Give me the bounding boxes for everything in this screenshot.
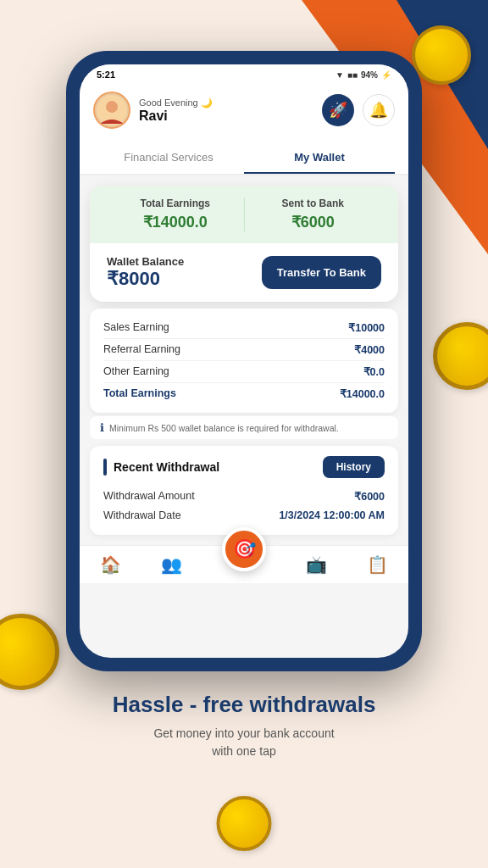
avatar [93,92,130,129]
bottom-nav: 🏠 👥 🎯 📺 📋 [80,545,408,583]
withdrawal-date-value: 1/3/2024 12:00:00 AM [279,509,385,521]
wallet-info: Wallet Balance ₹8000 [107,255,184,290]
tabs: Financial Services My Wallet [80,139,408,175]
rw-accent-bar [103,459,107,476]
breakdown-value-referral: ₹4000 [354,343,385,356]
recent-withdrawal-section: Recent Withdrawal History Withdrawal Amo… [90,446,398,535]
breakdown-value-other: ₹0.0 [363,365,385,378]
team-icon: 👥 [161,554,182,575]
withdrawal-date-label: Withdrawal Date [103,509,181,521]
header: Good Evening 🌙 Ravi 🚀 🔔 [80,85,408,139]
sent-to-bank-col: Sent to Bank ₹6000 [245,198,382,231]
bell-button[interactable]: 🔔 [363,94,395,126]
breakdown-label-sales: Sales Earning [103,321,169,334]
rw-header: Recent Withdrawal History [103,456,385,478]
video-icon: 📺 [306,554,327,575]
earnings-card: Total Earnings ₹14000.0 Sent to Bank ₹60… [90,186,398,302]
total-earnings-value: ₹14000.0 [107,213,244,231]
nav-team[interactable]: 👥 [161,554,182,575]
home-icon: 🏠 [100,554,121,575]
withdrawal-amount-label: Withdrawal Amount [103,490,195,503]
wallet-section: Wallet Balance ₹8000 Transfer To Bank [90,243,398,302]
signal-icon: ■■ [347,70,358,80]
user-info: Good Evening 🌙 Ravi [139,97,213,124]
tab-financial-services[interactable]: Financial Services [93,142,244,174]
earnings-breakdown: Sales Earning ₹10000 Referral Earning ₹4… [90,309,398,413]
breakdown-label-total: Total Earnings [103,387,176,400]
sent-to-bank-value: ₹6000 [245,213,382,231]
breakdown-row-referral: Referral Earning ₹4000 [103,339,385,361]
rocket-icon: 🚀 [329,101,347,120]
rw-title: Recent Withdrawal [114,460,219,474]
tab-my-wallet[interactable]: My Wallet [244,142,395,174]
header-left: Good Evening 🌙 Ravi [93,92,213,129]
coin-bottom-center [217,796,272,851]
subtext: Get money into your bank accountwith one… [34,725,454,760]
info-note-text: Minimum Rs 500 wallet balance is require… [109,423,339,433]
breakdown-value-sales: ₹10000 [348,321,385,334]
bell-icon: 🔔 [369,101,388,120]
battery-text: 94% [361,70,378,80]
phone-wrapper: 5:21 ▼ ■■ 94% ⚡ [0,0,488,671]
breakdown-value-total: ₹14000.0 [340,387,385,400]
user-name: Ravi [139,108,213,124]
breakdown-row-other: Other Earning ₹0.0 [103,361,385,383]
headline: Hassle - free withdrawals [34,692,454,718]
target-icon: 🎯 [233,538,256,560]
rw-title-wrap: Recent Withdrawal [103,459,219,476]
nav-videos[interactable]: 📺 [306,554,327,575]
rocket-button[interactable]: 🚀 [322,94,354,126]
withdrawal-amount-row: Withdrawal Amount ₹6000 [103,487,385,506]
info-note: ℹ Minimum Rs 500 wallet balance is requi… [90,416,398,439]
info-icon: ℹ [100,421,104,434]
nav-home[interactable]: 🏠 [100,554,121,575]
nav-tasks[interactable]: 📋 [367,554,388,575]
nav-center-button[interactable]: 🎯 [222,527,266,571]
breakdown-label-other: Other Earning [103,365,169,378]
breakdown-row-total: Total Earnings ₹14000.0 [103,383,385,404]
svg-point-1 [106,101,118,113]
total-earnings-col: Total Earnings ₹14000.0 [107,198,245,231]
total-earnings-label: Total Earnings [107,198,244,209]
bottom-section: Hassle - free withdrawals Get money into… [0,671,488,777]
battery-icon: ⚡ [381,70,391,80]
status-bar: 5:21 ▼ ■■ 94% ⚡ [80,64,408,85]
earnings-top: Total Earnings ₹14000.0 Sent to Bank ₹60… [90,186,398,243]
status-time: 5:21 [97,70,115,80]
breakdown-row-sales: Sales Earning ₹10000 [103,317,385,339]
transfer-to-bank-button[interactable]: Transfer To Bank [262,256,381,289]
greeting-text: Good Evening 🌙 [139,97,213,108]
header-actions: 🚀 🔔 [322,94,395,126]
wifi-icon: ▼ [336,70,344,80]
withdrawal-date-row: Withdrawal Date 1/3/2024 12:00:00 AM [103,506,385,525]
withdrawal-amount-value: ₹6000 [354,490,385,503]
status-icons: ▼ ■■ 94% ⚡ [336,70,391,80]
history-button[interactable]: History [323,456,385,478]
wallet-balance-value: ₹8000 [107,268,184,290]
sent-to-bank-label: Sent to Bank [245,198,382,209]
tasks-icon: 📋 [367,554,388,575]
wallet-balance-label: Wallet Balance [107,255,184,268]
breakdown-label-referral: Referral Earning [103,343,180,356]
phone-screen: 5:21 ▼ ■■ 94% ⚡ [80,64,408,658]
phone-frame: 5:21 ▼ ■■ 94% ⚡ [66,51,422,671]
